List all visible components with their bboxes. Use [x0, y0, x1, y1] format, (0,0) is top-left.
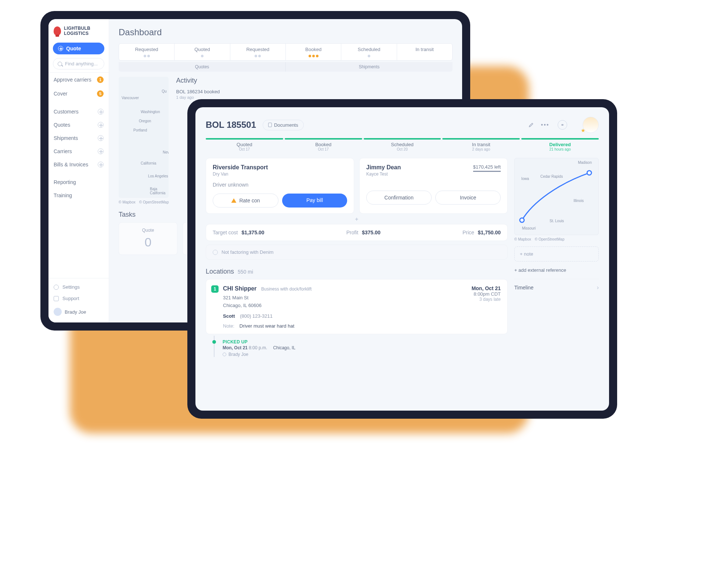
dashboard-map[interactable]: Vancouver Calgary Regina Winnipeg Washin…	[119, 77, 169, 198]
search-icon	[58, 62, 62, 66]
subtab-quotes[interactable]: Quotes	[119, 62, 286, 72]
nav-quotes[interactable]: Quotes	[48, 118, 109, 131]
nav-settings[interactable]: Settings	[48, 281, 109, 293]
documents-button[interactable]: Documents	[263, 120, 304, 130]
tablet-shipment-detail: BOL 185501 Documents ••• ⚭ QuotedOct 17 …	[187, 99, 617, 419]
customer-sub: Kayce Test	[366, 172, 401, 177]
status-scheduled[interactable]: Scheduled	[341, 44, 396, 60]
pay-bill-button[interactable]: Pay bill	[282, 194, 347, 208]
plus-icon[interactable]	[98, 135, 104, 141]
status-requested[interactable]: Requested	[119, 44, 174, 60]
brand-line2: LOGISTICS	[64, 31, 90, 36]
nav-approve-carriers[interactable]: Approve carriers 1	[48, 73, 109, 87]
stop-address-1: 321 Main St	[223, 294, 312, 302]
stop-contact: Scott (800) 123-3211	[223, 313, 501, 319]
confirmation-button[interactable]: Confirmation	[366, 191, 432, 205]
gear-icon	[54, 285, 59, 290]
nav-customers[interactable]: Customers	[48, 105, 109, 118]
plus-icon[interactable]	[98, 148, 104, 154]
brand-logo: LIGHTBULB LOGISTICS	[48, 19, 109, 41]
nav-reporting[interactable]: Reporting	[48, 176, 109, 189]
more-menu-button[interactable]: •••	[541, 121, 549, 129]
nav-shipments[interactable]: Shipments	[48, 131, 109, 145]
target-cost: $1,375.00	[241, 230, 264, 235]
search-placeholder: Find anything...	[65, 61, 98, 66]
add-note-button[interactable]: + note	[514, 246, 599, 261]
current-user[interactable]: Brady Joe	[48, 304, 109, 320]
carrier-card: Riverside Transport Dry Van Driver unkno…	[206, 158, 354, 214]
warning-icon	[231, 198, 236, 203]
stop-late: 3 days late	[472, 297, 501, 302]
credit-remaining: $170,425 left	[473, 164, 501, 172]
status-requested-2[interactable]: Requested	[230, 44, 285, 60]
driver-name: Driver unknown	[213, 182, 347, 188]
add-party-button[interactable]: +	[206, 216, 508, 223]
nav-bills-invoices[interactable]: Bills & Invoices	[48, 158, 109, 171]
progress-step-booked: BookedOct 17	[285, 138, 362, 151]
price: $1,750.00	[478, 230, 501, 235]
route-map[interactable]: Madison Iowa Cedar Rapids Illinois St. L…	[514, 158, 599, 235]
status-row: Requested Quoted Requested Booked Schedu…	[119, 43, 453, 61]
nav-carriers[interactable]: Carriers	[48, 145, 109, 158]
invoice-button[interactable]: Invoice	[435, 191, 501, 205]
timeline-link[interactable]: Timeline ›	[514, 284, 599, 291]
stop-name: CHI Shipper	[223, 285, 257, 292]
lightbulb-icon	[54, 26, 61, 35]
progress-tracker: QuotedOct 17 BookedOct 17 ScheduledOct 2…	[206, 138, 599, 151]
route-map-attribution: © Mapbox © OpenStreetMap	[514, 237, 599, 241]
activity-entry[interactable]: BOL 186234 booked 1 day ago	[176, 89, 279, 100]
plus-icon[interactable]	[98, 162, 104, 167]
progress-step-quoted: QuotedOct 17	[206, 138, 283, 151]
user-icon	[223, 353, 226, 356]
subtab-row: Quotes Shipments	[119, 62, 453, 72]
carrier-type: Dry Van	[213, 172, 347, 177]
brand-line1: LIGHTBULB	[64, 26, 90, 31]
customer-card: Jimmy Dean Kayce Test $170,425 left Conf…	[359, 158, 508, 214]
task-card-quote[interactable]: Quote 0	[119, 222, 177, 255]
search-input[interactable]: Find anything...	[53, 58, 104, 69]
customer-name: Jimmy Dean	[366, 164, 401, 171]
progress-step-delivered: Delivered21 hours ago	[521, 138, 599, 151]
stop-note: Note: Driver must wear hard hat	[223, 323, 501, 329]
quote-button-label: Quote	[66, 46, 81, 51]
add-external-reference-link[interactable]: + add external reference	[514, 266, 599, 274]
nav-support[interactable]: Support	[48, 293, 109, 304]
detail-header: BOL 185501 Documents ••• ⚭	[206, 117, 599, 133]
profit: $375.00	[362, 230, 381, 235]
carrier-name: Riverside Transport	[213, 164, 347, 171]
page-title: Dashboard	[119, 27, 453, 37]
map-attribution: © Mapbox © OpenStreetMap	[119, 200, 169, 204]
plus-icon[interactable]	[98, 122, 104, 128]
document-icon	[268, 123, 272, 127]
subtab-shipments[interactable]: Shipments	[286, 62, 453, 72]
quote-button[interactable]: Quote	[53, 43, 104, 54]
user-avatar[interactable]	[583, 117, 599, 133]
badge: 5	[97, 90, 104, 97]
svg-point-1	[587, 171, 591, 175]
stop-date: Mon, Oct 21	[472, 285, 501, 291]
progress-step-scheduled: ScheduledOct 20	[364, 138, 441, 151]
status-booked[interactable]: Booked	[285, 44, 341, 60]
factoring-icon	[213, 250, 218, 255]
team-icon[interactable]: ⚭	[558, 120, 567, 130]
shipment-title: BOL 185501	[206, 120, 256, 130]
rate-con-button[interactable]: Rate con	[213, 194, 278, 208]
location-stop-1: 1 CHI Shipper Business with dock/forklif…	[206, 279, 508, 334]
status-quoted[interactable]: Quoted	[174, 44, 230, 60]
plus-circle-icon	[58, 46, 63, 51]
plus-icon[interactable]	[98, 109, 104, 115]
factoring-row[interactable]: Not factoring with Denim	[206, 245, 508, 260]
stop-address-2: Chicago, IL 60606	[223, 302, 312, 310]
nav-training[interactable]: Training	[48, 189, 109, 202]
badge: 1	[97, 76, 104, 83]
totals-bar: Target cost $1,375.00 Profit $375.00 Pri…	[206, 224, 508, 241]
status-intransit[interactable]: In transit	[397, 44, 452, 60]
pickup-event: PICKED UP Mon, Oct 21 8:00 p.m. Chicago,…	[206, 339, 508, 357]
activity-title: Activity	[176, 77, 279, 84]
svg-point-0	[520, 218, 524, 222]
nav-cover[interactable]: Cover 5	[48, 87, 109, 101]
pickup-dot-icon	[212, 340, 216, 344]
chevron-right-icon: ›	[597, 284, 599, 291]
edit-button[interactable]	[528, 121, 535, 129]
locations-title: Locations	[206, 268, 234, 275]
